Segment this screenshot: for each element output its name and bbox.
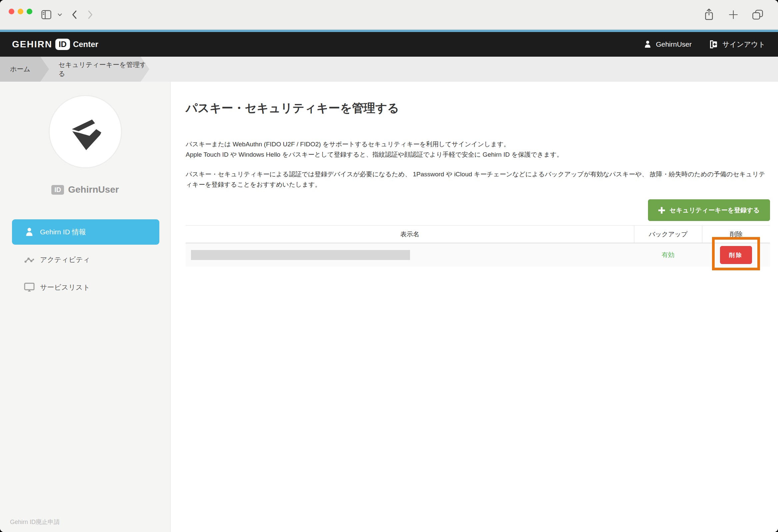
- profile-name: GehirnUser: [68, 184, 119, 195]
- backup-status-badge: 有効: [662, 251, 674, 259]
- signout-button[interactable]: サインアウト: [709, 40, 765, 49]
- avatar: [49, 95, 122, 168]
- sidebar-item-activity[interactable]: アクティビティ: [0, 247, 170, 272]
- activity-icon: [23, 256, 35, 264]
- share-icon[interactable]: [704, 8, 714, 21]
- user-menu[interactable]: GehirnUser: [643, 40, 692, 49]
- gehirn-id-abolition-link[interactable]: Gehirn ID廃止申請: [10, 518, 60, 526]
- gehirn-id-center-logo[interactable]: GEHIRN ID Center: [12, 39, 98, 50]
- profile: ID GehirnUser: [0, 184, 170, 195]
- gehirn-logo-mark-icon: [64, 112, 106, 151]
- breadcrumb-item-home[interactable]: ホーム: [0, 57, 49, 82]
- intro-paragraph: パスキーまたは WebAuthn (FIDO U2F / FIDO2) をサポー…: [186, 139, 770, 160]
- sidebar-item-service-list[interactable]: サービスリスト: [0, 275, 170, 300]
- back-icon[interactable]: [72, 10, 77, 19]
- user-icon: [23, 227, 35, 237]
- new-tab-icon[interactable]: [729, 10, 738, 19]
- page-accent-strip: [0, 30, 778, 32]
- signout-icon: [709, 40, 718, 49]
- note-paragraph: パスキー・セキュリティキーによる認証では登録デバイスが必要になるため、 1Pas…: [186, 169, 770, 190]
- intro-line-1: パスキーまたは WebAuthn (FIDO U2F / FIDO2) をサポー…: [186, 139, 770, 149]
- register-button-row: セキュリティーキーを登録する: [186, 199, 770, 221]
- close-window-button[interactable]: [9, 9, 14, 14]
- cell-backup: 有効: [634, 243, 702, 267]
- table-row: 有効 削除: [186, 243, 770, 267]
- sidebar-item-label: サービスリスト: [40, 283, 90, 292]
- user-icon: [643, 40, 652, 49]
- profile-id-badge: ID: [51, 185, 64, 195]
- minimize-window-button[interactable]: [18, 9, 23, 14]
- cell-delete: 削除: [702, 243, 770, 267]
- header-username: GehirnUser: [656, 40, 692, 48]
- column-header-delete: 削除: [702, 226, 770, 243]
- breadcrumb-current-label: セキュリティーキーを管理する: [58, 60, 149, 78]
- breadcrumb: セキュリティーキーを管理する ホーム: [0, 57, 778, 82]
- register-button-label: セキュリティーキーを登録する: [670, 206, 760, 215]
- signout-label: サインアウト: [722, 40, 765, 49]
- column-header-display-name: 表示名: [186, 226, 634, 243]
- redacted-display-name: [191, 250, 410, 260]
- sidebar-menu: Gehirn ID 情報 アクティビティ: [0, 219, 170, 302]
- sidebar-item-label: Gehirn ID 情報: [40, 227, 86, 237]
- browser-window: GEHIRN ID Center GehirnUser サインアウト: [0, 0, 778, 532]
- chevron-down-icon[interactable]: [58, 13, 62, 16]
- delete-key-button[interactable]: 削除: [720, 246, 752, 264]
- header-actions: GehirnUser サインアウト: [643, 40, 765, 49]
- sidebar: ID GehirnUser Gehirn ID 情報: [0, 82, 171, 532]
- zoom-window-button[interactable]: [27, 9, 32, 14]
- sidebar-item-gehirn-id-info[interactable]: Gehirn ID 情報: [12, 219, 159, 245]
- main-content: パスキー・セキュリティキーを管理する パスキーまたは WebAuthn (FID…: [171, 82, 778, 532]
- logo-center-text: Center: [73, 40, 98, 49]
- tab-overview-icon[interactable]: [752, 9, 763, 20]
- intro-line-2: Apple Touch ID や Windows Hello をパスキーとして登…: [186, 149, 770, 160]
- breadcrumb-home-label: ホーム: [10, 65, 30, 74]
- logo-id-badge: ID: [55, 39, 70, 50]
- security-keys-table: 表示名 バックアップ 削除 有効 削除: [186, 225, 770, 267]
- monitor-icon: [23, 283, 35, 292]
- browser-toolbar: [0, 0, 778, 29]
- cell-display-name: [186, 243, 634, 267]
- logo-brand-text: GEHIRN: [12, 39, 52, 50]
- register-security-key-button[interactable]: セキュリティーキーを登録する: [648, 199, 770, 221]
- column-header-backup: バックアップ: [634, 226, 702, 243]
- sidebar-item-label: アクティビティ: [40, 255, 90, 264]
- plus-icon: [658, 207, 665, 214]
- site-header: GEHIRN ID Center GehirnUser サインアウト: [0, 32, 778, 57]
- window-controls: [9, 9, 32, 14]
- sidebar-toggle-icon[interactable]: [41, 10, 51, 19]
- page-title: パスキー・セキュリティキーを管理する: [186, 101, 770, 115]
- table-header-row: 表示名 バックアップ 削除: [186, 225, 770, 243]
- forward-icon[interactable]: [88, 10, 93, 19]
